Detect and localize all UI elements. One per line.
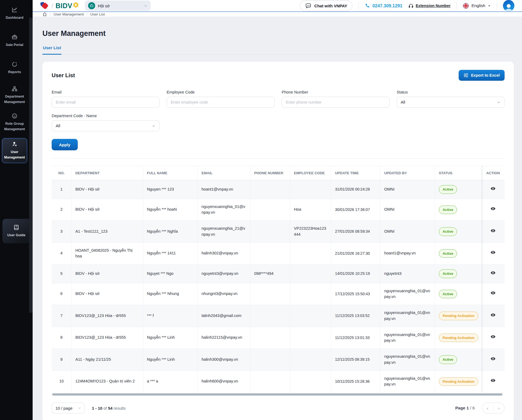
cell-updated-by: nguyenxuannghia_01@vnpay.vn (380, 327, 435, 349)
status-badge: Active (439, 249, 457, 258)
filter-department: Department Code - Name All (52, 114, 160, 131)
sidebar-item-user-guide[interactable]: User Guide (2, 219, 30, 243)
cell-no: 6 (52, 283, 72, 305)
cell-email: halinh22115@vnpay.vn (198, 327, 250, 349)
cell-email: hoant1@vnpay.vn (198, 180, 250, 199)
breadcrumb: › User Management › User List (33, 12, 522, 17)
horizontal-scrollbar[interactable] (52, 393, 502, 396)
extension-number-link[interactable]: Extension Number (408, 3, 450, 8)
cell-update-time: 30/01/2026 17:36:07 (331, 199, 380, 221)
sidebar-item-label: User Guide (7, 233, 26, 238)
breadcrumb-item-user-list[interactable]: User List (90, 12, 105, 16)
cell-action (481, 199, 505, 221)
cell-employee-code (290, 327, 331, 349)
divider (456, 2, 457, 9)
view-icon[interactable] (490, 229, 496, 233)
view-icon[interactable] (490, 378, 496, 382)
extension-label: Extension Number (416, 4, 450, 8)
cell-full-name: Nguyễn *** Nghĩa (143, 221, 198, 243)
previous-page-button[interactable]: ‹ (482, 406, 493, 410)
brand-logos: / BIDV (40, 2, 79, 10)
view-icon[interactable] (490, 291, 496, 295)
breadcrumb-item-user-management[interactable]: User Management (54, 12, 84, 16)
sidebar-item-label: Reports (8, 70, 21, 75)
chat-with-vnpay-button[interactable]: Zalo Chat with VNPAY (300, 0, 352, 11)
sidebar-item-user-management[interactable]: User Management (2, 138, 27, 163)
status-select-value: All (401, 100, 405, 104)
sidebar-item-role-group-management[interactable]: Role Group Management (0, 109, 29, 136)
sidebar-item-label: Department Management (1, 94, 28, 105)
headset-icon (408, 3, 414, 8)
cell-no: 8 (52, 327, 72, 349)
department-select[interactable]: All (52, 120, 160, 131)
language-label: English (471, 3, 485, 8)
sidebar-scrollbar[interactable] (29, 18, 33, 313)
cell-updated-by: OMNI (380, 221, 435, 243)
export-to-excel-button[interactable]: Export to Excel (459, 70, 505, 81)
page-indicator: Page 1 / 6 (455, 406, 475, 410)
organization-select[interactable]: Hội sở (85, 1, 151, 11)
bidv-flower-icon (73, 2, 79, 8)
role-group-icon (11, 113, 18, 119)
pagination: 10 / page 1 - 10 of 54 results Page 1 / (52, 403, 505, 413)
home-icon[interactable] (42, 12, 47, 17)
tab-user-list[interactable]: User List (42, 45, 61, 55)
sidebar-item-reports[interactable]: Reports (0, 54, 29, 82)
sidebar-item-dashboard[interactable]: Dashboard (0, 0, 29, 27)
user-avatar[interactable] (503, 0, 514, 11)
sidebar-item-department-management[interactable]: Department Management (0, 82, 29, 109)
chevron-down-icon (152, 124, 156, 128)
cell-updated-by: hoant1@vnpay.vn (380, 242, 435, 265)
page-size-select[interactable]: 10 / page (52, 403, 85, 413)
cell-updated-by: nguyenxuannghia_01@vnpay.vn (380, 349, 435, 371)
cell-update-time: 27/01/2026 08:59:34 (331, 221, 380, 243)
cell-updated-by: nguyetnt3 (380, 265, 435, 283)
filters: Email Employee Code Phone Number Status (52, 90, 505, 131)
phone-number-input[interactable] (282, 97, 390, 108)
view-icon[interactable] (490, 207, 496, 211)
divider (52, 158, 505, 159)
svg-text:Zalo: Zalo (307, 5, 310, 7)
view-icon[interactable] (490, 313, 496, 317)
cell-phone-number (250, 221, 290, 243)
hotline-phone[interactable]: 0247.309.1291 (365, 3, 402, 8)
cell-employee-code (290, 180, 331, 199)
view-icon[interactable] (490, 335, 496, 339)
cell-action (481, 221, 505, 243)
apply-button[interactable]: Apply (52, 139, 78, 150)
cell-email: halinh300@vnpay.vn (198, 349, 250, 371)
sidebar-item-sale-portal[interactable]: Sale Portal (0, 27, 29, 54)
cell-email: nguyetnt3@vnpay.vn (198, 265, 250, 283)
cell-action (481, 327, 505, 349)
zalo-icon: Zalo (305, 2, 312, 9)
next-page-button[interactable]: › (493, 406, 505, 410)
view-icon[interactable] (490, 357, 496, 361)
cell-phone-number (250, 305, 290, 327)
status-badge: Active (439, 227, 457, 236)
cell-full-name: Nguyễn *** Nhung (143, 283, 198, 305)
cell-employee-code: Hoa (290, 199, 331, 221)
user-gear-icon (11, 141, 18, 147)
dashboard-icon (11, 7, 18, 13)
column-header-update-time: UPDATE TIME (331, 166, 380, 180)
cell-status: Active (435, 180, 481, 199)
view-icon[interactable] (490, 271, 496, 275)
cell-action (481, 283, 505, 305)
breadcrumb-separator: › (86, 13, 88, 16)
phone-number: 0247.309.1291 (372, 3, 402, 8)
cell-phone-number (250, 371, 290, 393)
view-icon[interactable] (490, 186, 496, 191)
cell-email: halinh302@vnpay.vn (198, 242, 250, 265)
cell-update-time: 17/12/2025 15:50:43 (331, 283, 380, 305)
status-select[interactable]: All (397, 97, 505, 108)
table-row: 3 A1 - Test1111_123 Nguyễn *** Nghĩa ngu… (52, 221, 505, 243)
language-select[interactable]: English (463, 3, 491, 9)
cell-phone-number (250, 327, 290, 349)
column-header-employee-code: EMPLOYEE CODE (290, 166, 331, 180)
view-icon[interactable] (490, 250, 496, 254)
cell-update-time: 14/01/2026 10:25:19 (331, 265, 380, 283)
cell-phone-number (250, 180, 290, 199)
sidebar-item-label: User Management (2, 150, 27, 160)
email-input[interactable] (52, 97, 160, 108)
employee-code-input[interactable] (167, 97, 275, 108)
